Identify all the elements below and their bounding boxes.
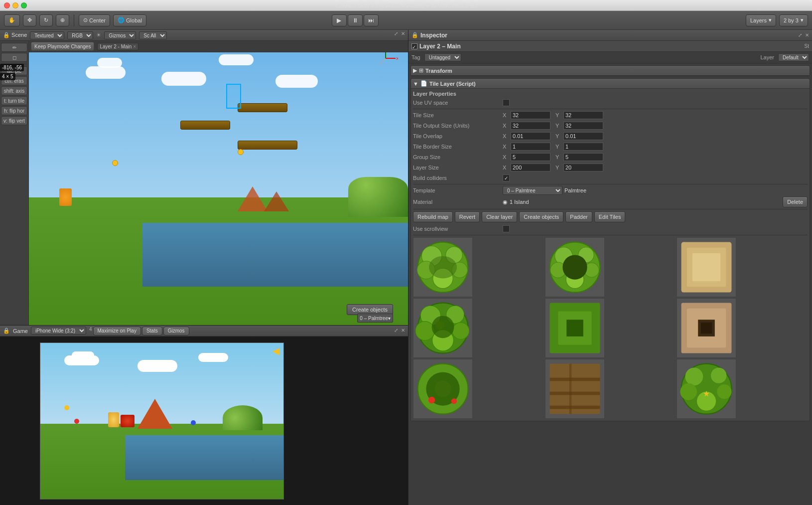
tile-output-label: Tile Output Size (Units) (413, 123, 503, 129)
tile-cell-6[interactable] (677, 298, 736, 358)
layer-size-x-input[interactable] (511, 164, 550, 171)
tile-cell-9[interactable] (677, 359, 736, 419)
move-tool-button[interactable]: ✥ (23, 14, 36, 26)
tile-border-row: Tile Border Size X Y (413, 142, 808, 151)
use-uv-checkbox[interactable] (503, 99, 510, 106)
center-button[interactable]: ⊙ Center (79, 14, 110, 26)
tile-layer-title: Tile Layer (Script) (429, 81, 476, 87)
scene-close-button[interactable]: ✕ (400, 30, 406, 37)
rotate-tool-button[interactable]: ↻ (39, 14, 53, 26)
tile-cell-8[interactable] (545, 359, 605, 419)
tile-cell-4[interactable] (413, 298, 473, 358)
template-label: Template (413, 187, 503, 193)
scale-tool-button[interactable]: ⊕ (56, 14, 69, 26)
svg-rect-45 (549, 406, 600, 409)
tile-cell-3[interactable] (677, 237, 736, 297)
tile-cell-2[interactable] (545, 237, 605, 297)
grid-display: 4 × 5 (0, 73, 15, 80)
play-button[interactable]: ▶ (332, 14, 347, 26)
use-scrollview-checkbox[interactable] (503, 225, 510, 232)
transform-header[interactable]: ▶ ⊞ Transform (411, 66, 810, 76)
create-objects-button[interactable]: Create objects (519, 211, 563, 222)
by3-label: 2 by 3 (784, 17, 799, 23)
tag-dropdown[interactable]: Untagged (424, 53, 461, 61)
by3-dropdown[interactable]: 2 by 3 ▾ (779, 14, 808, 26)
tile-cell-5[interactable] (545, 298, 605, 358)
layer-size-y-input[interactable] (563, 164, 603, 171)
inspector-close-button[interactable]: ✕ (804, 31, 810, 39)
gizmos-dropdown[interactable]: Gizmos (104, 31, 136, 39)
object-active-checkbox[interactable] (411, 43, 417, 49)
minimize-button[interactable] (12, 2, 18, 8)
platform-1 (180, 121, 230, 130)
group-size-y-input[interactable] (563, 153, 603, 161)
flip-hor-button[interactable]: h: flip hor (1, 106, 27, 115)
padder-button[interactable]: Padder (565, 211, 592, 222)
flip-vert-button[interactable]: v: flip vert (1, 116, 27, 125)
close-button[interactable] (4, 2, 10, 8)
hand-tool-button[interactable]: ✋ (4, 14, 20, 26)
layers-dropdown[interactable]: Layers ▾ (746, 14, 776, 26)
rebuild-map-button[interactable]: Rebuild map (413, 211, 453, 222)
tile-border-y-input[interactable] (563, 143, 603, 151)
bush-area-1 (348, 177, 408, 217)
tile-layer-header[interactable]: ▼ 📄 Tile Layer (Script) (411, 79, 810, 89)
x-label-3: X (503, 133, 509, 139)
edit-tiles-button[interactable]: Edit Tiles (594, 211, 626, 222)
scene-view-controls: ⤢ ✕ (393, 30, 406, 37)
clear-layer-button[interactable]: Clear layer (482, 211, 517, 222)
keep-playmode-button[interactable]: Keep Playmode Changes (31, 42, 94, 51)
lock-icon: 🔒 (3, 32, 10, 38)
step-button[interactable]: ⏭ (364, 14, 379, 26)
tile-output-x-input[interactable] (511, 122, 550, 130)
global-icon: 🌐 (118, 17, 125, 23)
game-viewport: ◀ (40, 342, 284, 500)
palmtree-dropdown[interactable]: 0 – Palmtree ▾ (357, 314, 393, 323)
build-colliders-checkbox[interactable] (503, 174, 510, 181)
template-dropdown[interactable]: 0 – Palmtree (503, 186, 562, 195)
game-maximize-button[interactable]: ⤢ (393, 327, 399, 334)
group-size-x-input[interactable] (511, 153, 550, 161)
game-close-button[interactable]: ✕ (400, 327, 406, 334)
textured-dropdown[interactable]: Textured (30, 31, 64, 39)
build-colliders-row: Build colliders (413, 173, 808, 182)
shift-axis-button[interactable]: shift: axis (1, 86, 27, 95)
tile-size-label: Tile Size (413, 112, 503, 118)
layer-tab[interactable]: Layer 2 - Main × (97, 43, 138, 50)
tile-cell-1[interactable] (413, 237, 473, 297)
tile-output-y-input[interactable] (563, 122, 603, 130)
game-gizmos-button[interactable]: Gizmos (163, 327, 189, 336)
pause-button[interactable]: ⏸ (348, 14, 363, 26)
x-label: X (503, 112, 509, 118)
tile-overlap-y-input[interactable] (563, 132, 603, 140)
layer-dropdown[interactable]: Default (778, 53, 809, 61)
tile-overlap-x-input[interactable] (511, 132, 550, 140)
iphone-dropdown[interactable]: iPhone Wide (3:2) (31, 327, 86, 335)
global-button[interactable]: 🌐 Global (113, 14, 146, 26)
y-label: Y (555, 112, 561, 118)
stats-button[interactable]: Stats (142, 327, 162, 336)
inspector-maximize-button[interactable]: ⤢ (797, 31, 803, 39)
layer-tab-close[interactable]: × (133, 44, 136, 49)
iphone-scale-label: 4 (89, 327, 92, 336)
revert-button[interactable]: Revert (455, 211, 480, 222)
game-ground (40, 424, 283, 499)
rgb-dropdown[interactable]: RGB (67, 31, 93, 39)
tile-size-y-input[interactable] (563, 111, 603, 119)
tile-border-x-input[interactable] (511, 143, 550, 151)
scene-canvas[interactable]: X Y Create objects 0 – Palmtree ▾ (0, 41, 408, 325)
maximize-play-button[interactable]: Maximize on Play (93, 327, 141, 336)
tile-cell-7[interactable] (413, 359, 473, 419)
scene-all-dropdown[interactable]: Sc All (139, 31, 167, 39)
pencil-tool-button[interactable]: ✏ (1, 43, 27, 52)
game-canvas-container[interactable]: ◀ (0, 337, 408, 505)
delete-button[interactable]: Delete (783, 196, 808, 207)
scene-maximize-button[interactable]: ⤢ (393, 30, 399, 37)
game-coin (64, 405, 69, 410)
selection-box (226, 84, 241, 109)
turn-tile-button[interactable]: t: turn tile (1, 96, 27, 105)
eraser-tool-button[interactable]: ◻ (1, 53, 27, 62)
tile-size-x-input[interactable] (511, 111, 550, 119)
game-panel-controls: ⤢ ✕ (393, 327, 406, 334)
fullscreen-button[interactable] (21, 2, 27, 8)
